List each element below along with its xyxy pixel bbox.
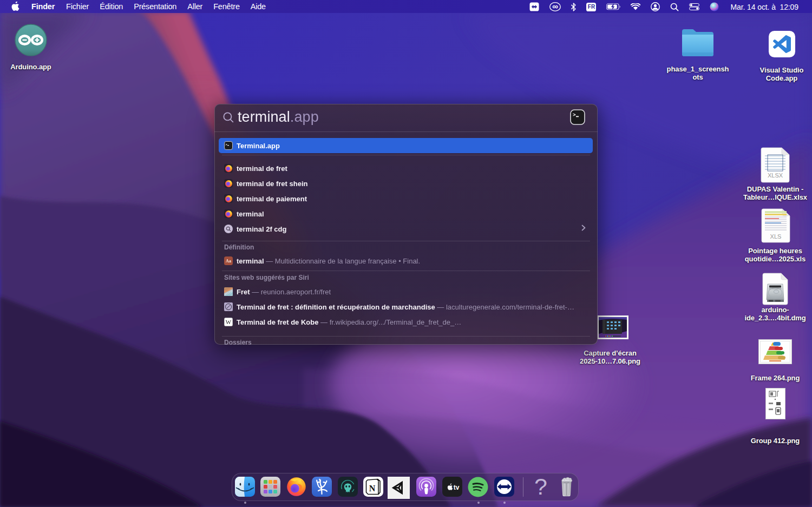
svg-text:>: >	[226, 143, 227, 146]
svg-text:N: N	[369, 484, 376, 493]
svg-text:Aa: Aa	[226, 259, 231, 264]
svg-text:∞: ∞	[553, 2, 559, 11]
svg-text:XLSX: XLSX	[768, 172, 783, 179]
svg-text:W: W	[226, 319, 232, 325]
svg-text:tv: tv	[454, 484, 460, 491]
svg-text:XLS: XLS	[770, 233, 782, 240]
svg-text:>: >	[573, 111, 576, 117]
